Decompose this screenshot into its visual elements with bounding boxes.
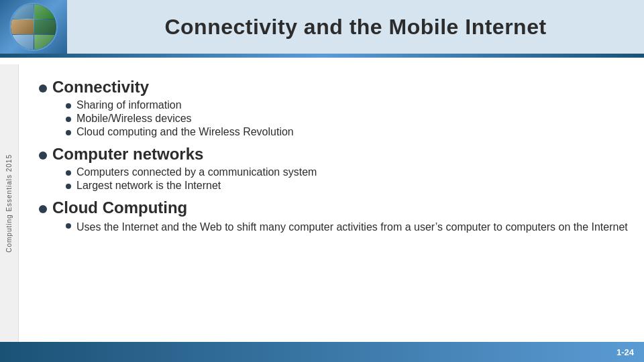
bullet-dot-sub2 <box>66 117 71 122</box>
sub-cloud-detail: Uses the Internet and the Web to shift m… <box>66 220 631 235</box>
sidebar: Computing Essentials 2015 <box>0 64 19 342</box>
text-mobile-devices: Mobile/Wireless devices <box>76 113 192 125</box>
text-computers-connected: Computers connected by a communication s… <box>76 166 317 178</box>
text-sharing-info: Sharing of information <box>76 99 182 111</box>
sub-computers-connected: Computers connected by a communication s… <box>66 166 631 178</box>
text-largest-network: Largest network is the Internet <box>76 180 221 192</box>
heading-cloud-computing: Cloud Computing <box>52 198 187 217</box>
section-connectivity: Connectivity <box>39 78 631 97</box>
globe-icon <box>0 0 67 54</box>
section-computer-networks: Computer networks <box>39 145 631 164</box>
header: Connectivity and the Mobile Internet <box>0 0 644 54</box>
bullet-dot-sub3 <box>66 130 71 135</box>
sub-sharing-info: Sharing of information <box>66 99 631 111</box>
bullet-dot-connectivity <box>39 84 47 93</box>
footer: 1-24 <box>0 342 644 362</box>
sub-largest-network: Largest network is the Internet <box>66 180 631 192</box>
globe-image <box>9 3 58 51</box>
logo <box>0 0 67 54</box>
bullet-dot-networks <box>39 152 47 160</box>
text-cloud-wireless: Cloud computing and the Wireless Revolut… <box>76 126 294 138</box>
heading-connectivity: Connectivity <box>52 78 149 97</box>
heading-computer-networks: Computer networks <box>52 145 203 164</box>
section-cloud-computing: Cloud Computing <box>39 198 631 217</box>
bullet-dot-cloud <box>39 205 47 213</box>
bullet-dot-sub4 <box>66 170 71 176</box>
sub-cloud-wireless: Cloud computing and the Wireless Revolut… <box>66 126 631 138</box>
text-cloud-detail: Uses the Internet and the Web to shift m… <box>76 220 628 235</box>
page-title: Connectivity and the Mobile Internet <box>67 15 644 40</box>
bullet-dot-sub5 <box>66 184 71 189</box>
sub-mobile-devices: Mobile/Wireless devices <box>66 113 631 125</box>
main-content: Computing Essentials 2015 Connectivity S… <box>0 58 644 342</box>
content-area: Connectivity Sharing of information Mobi… <box>19 64 644 342</box>
bullet-dot-sub6 <box>66 223 71 229</box>
sidebar-label: Computing Essentials 2015 <box>5 154 13 253</box>
bullet-dot-sub1 <box>66 103 71 109</box>
page-number: 1-24 <box>616 347 634 357</box>
